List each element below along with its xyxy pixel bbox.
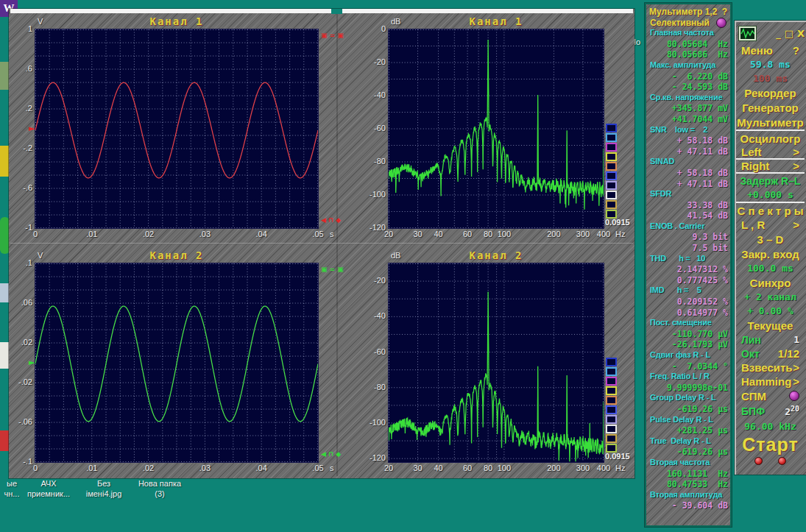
multimeter-section-label[interactable]: Ср.кв. напряжение <box>646 93 730 104</box>
marker-equal-indicator[interactable]: ▣ = ▣ <box>321 32 344 39</box>
legend-swatch[interactable] <box>606 124 617 132</box>
panel-value[interactable]: +0.000 s <box>736 188 805 203</box>
legend-swatch[interactable] <box>606 191 617 199</box>
panel-button[interactable]: Взвесить> <box>736 361 805 375</box>
panel-button[interactable]: Синхро <box>736 275 805 290</box>
panel-button[interactable]: Генератор <box>736 100 805 115</box>
panel-value[interactable]: 100.0 ms <box>736 261 805 275</box>
minimize-button[interactable]: _ <box>776 28 781 39</box>
panel-button[interactable]: L , R> <box>736 218 805 232</box>
spectrum-channel1-plot[interactable]: 20304060801002003004000-20-40-60-80-100-… <box>389 29 604 228</box>
desktop-icon-label[interactable]: Нова папка <box>138 479 181 488</box>
panel-button[interactable]: Right> <box>736 160 805 174</box>
panel-button[interactable]: С п е к т р ы <box>736 203 805 218</box>
legend-swatch[interactable] <box>606 386 617 395</box>
legend-swatch[interactable] <box>606 377 617 386</box>
maximize-button[interactable]: □ <box>785 28 793 39</box>
panel-button[interactable]: 3 – D <box>736 232 805 247</box>
y-tick-label: .06 <box>9 298 32 307</box>
legend-swatch[interactable] <box>606 133 617 142</box>
multimeter-mode-button[interactable]: Селективный <box>646 18 730 29</box>
app-icon[interactable] <box>738 26 757 41</box>
panel-button[interactable]: СПМ <box>736 389 805 403</box>
spectrum-channel2-plot[interactable]: 2030406080100200300400-20-40-60-80-100-1… <box>389 263 604 462</box>
purple-led <box>716 18 727 28</box>
multimeter-section-label[interactable]: Group Delay R - L <box>646 393 730 404</box>
desktop-icon-label[interactable]: імені4.jpg <box>86 489 122 498</box>
desktop-icon-label[interactable]: чн... <box>4 489 20 498</box>
desktop-icon-label[interactable]: приемник... <box>27 489 70 498</box>
panel-value[interactable]: 96.00 kHz <box>736 419 805 433</box>
multimeter-value: + 58.18 dB <box>646 135 730 146</box>
osc1-canvas[interactable] <box>35 29 318 228</box>
multimeter-section-label[interactable]: Pulse Delay R - L <box>646 415 730 426</box>
panel-button[interactable]: Закр. вход <box>736 247 805 261</box>
panel-button[interactable]: Осциллогр <box>736 131 805 146</box>
panel-button[interactable]: Hamming> <box>736 375 805 389</box>
desktop-icon-label[interactable]: Без <box>97 479 110 488</box>
multimeter-section-label[interactable]: SFDR <box>646 189 730 200</box>
start-button[interactable]: Старт <box>736 433 805 455</box>
spec1-canvas[interactable] <box>389 29 604 228</box>
multimeter-section-label[interactable]: Вторая частота <box>646 458 730 469</box>
multimeter-section-label[interactable]: Макс. амплитуда <box>646 60 730 71</box>
legend-swatch[interactable] <box>606 171 617 180</box>
legend-swatch[interactable] <box>606 396 617 405</box>
multimeter-section-label[interactable]: THD h = 10 <box>646 254 730 265</box>
close-button[interactable]: X <box>797 28 805 39</box>
panel-button[interactable]: Рекордер <box>736 85 805 100</box>
panel-setting[interactable]: Окт1/12 <box>736 347 805 361</box>
marker-equal-indicator[interactable]: ▣ = ▣ <box>321 266 344 273</box>
multimeter-section-label[interactable]: Главная частота <box>646 28 730 39</box>
legend-swatch[interactable] <box>606 367 617 376</box>
legend-swatch[interactable] <box>606 415 617 424</box>
menu-button[interactable]: Меню <box>741 44 773 57</box>
osc-channel1-plot[interactable]: 0.01.02.03.04.051.6.2-.2-.6-1Vs▣ = ▣◀ ⊓ … <box>35 29 318 228</box>
desktop-icon-label[interactable]: (3) <box>155 489 164 498</box>
multimeter-help-button[interactable]: ? <box>722 7 727 18</box>
x-tick-label: 100 <box>489 464 519 472</box>
zero-level-arrow[interactable]: ► <box>29 124 35 133</box>
multimeter-section-label[interactable]: IMD h = 5 <box>646 285 730 297</box>
panel-button[interactable]: Текущее <box>736 318 805 333</box>
legend-swatch[interactable] <box>606 152 617 161</box>
desktop-icon-label[interactable]: АЧХ <box>40 479 56 488</box>
legend-swatch[interactable] <box>606 181 617 190</box>
fft-size-setting[interactable]: БПФ220 <box>736 403 805 419</box>
zero-level-arrow[interactable]: ► <box>29 358 35 367</box>
osc-title-bar[interactable] <box>10 9 331 13</box>
spec2-canvas[interactable] <box>389 263 604 462</box>
panel-button[interactable]: Left> <box>736 146 805 160</box>
legend-swatch[interactable] <box>606 162 617 171</box>
multimeter-section-label[interactable]: SINAD <box>646 157 730 168</box>
legend-swatch[interactable] <box>606 405 617 414</box>
osc-channel2-plot[interactable]: 0.01.02.03.04.05.1.06.02-.02-.06-.1Vs▣ =… <box>35 263 318 462</box>
legend-swatch[interactable] <box>606 200 617 209</box>
trace-color-legend <box>606 124 618 219</box>
x-tick-label: .04 <box>247 464 276 472</box>
multimeter-section-label[interactable]: Пост. смещение <box>646 318 730 329</box>
multimeter-section-label[interactable]: Freq. Ratio L / R <box>646 372 730 383</box>
record-length-value[interactable]: 100 ms <box>736 71 805 85</box>
help-button[interactable]: ? <box>793 44 799 57</box>
osc2-canvas[interactable] <box>35 263 318 462</box>
desktop-icon-label[interactable]: ые <box>7 479 17 488</box>
panel-value[interactable]: + 0.00 % <box>736 304 805 318</box>
multimeter-section-label[interactable]: True Delay R - L <box>646 436 730 447</box>
y-tick-label: .1 <box>9 258 32 267</box>
spectrum-title-bar[interactable] <box>342 9 633 13</box>
legend-swatch[interactable] <box>606 425 617 433</box>
multimeter-section-label[interactable]: SNR low = 2 <box>646 125 730 136</box>
trigger-indicator[interactable]: ◀ ⊓ ◆ <box>321 450 341 458</box>
multimeter-value: 0.209152 % <box>646 297 730 308</box>
multimeter-section-label[interactable]: Сдвиг фаз R - L <box>646 350 730 361</box>
panel-setting[interactable]: Лин1 <box>736 333 805 347</box>
multimeter-section-label[interactable]: Вторая амплитуда <box>646 490 730 501</box>
panel-value[interactable]: + 2 канал <box>736 290 805 304</box>
legend-swatch[interactable] <box>606 358 617 366</box>
legend-swatch[interactable] <box>606 143 617 152</box>
panel-button[interactable]: Мультиметр <box>736 115 805 131</box>
legend-swatch[interactable] <box>606 434 617 443</box>
trigger-indicator[interactable]: ◀ ⊓ ◆ <box>321 216 341 224</box>
multimeter-section-label[interactable]: ENOB . Carrier <box>646 221 730 233</box>
